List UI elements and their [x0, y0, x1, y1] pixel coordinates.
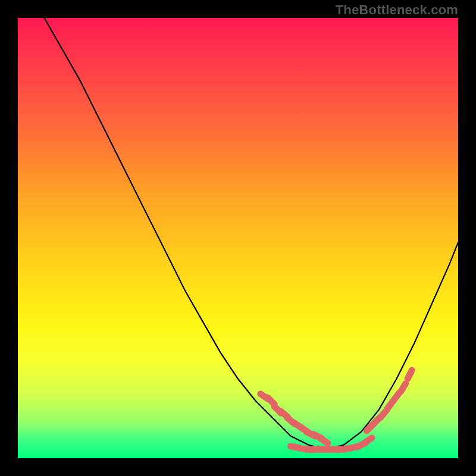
- marker: [400, 384, 405, 392]
- plot-area: [18, 18, 458, 458]
- markers-right: [367, 370, 412, 431]
- frame: TheBottleneck.com: [0, 0, 476, 476]
- markers-left: [261, 394, 328, 443]
- curve-path: [44, 18, 458, 449]
- main-curve: [44, 18, 458, 449]
- marker: [320, 438, 328, 443]
- watermark-text: TheBottleneck.com: [336, 2, 458, 18]
- markers-bottom: [290, 438, 372, 450]
- marker: [364, 438, 372, 443]
- chart-svg: [18, 18, 458, 458]
- marker: [408, 370, 412, 378]
